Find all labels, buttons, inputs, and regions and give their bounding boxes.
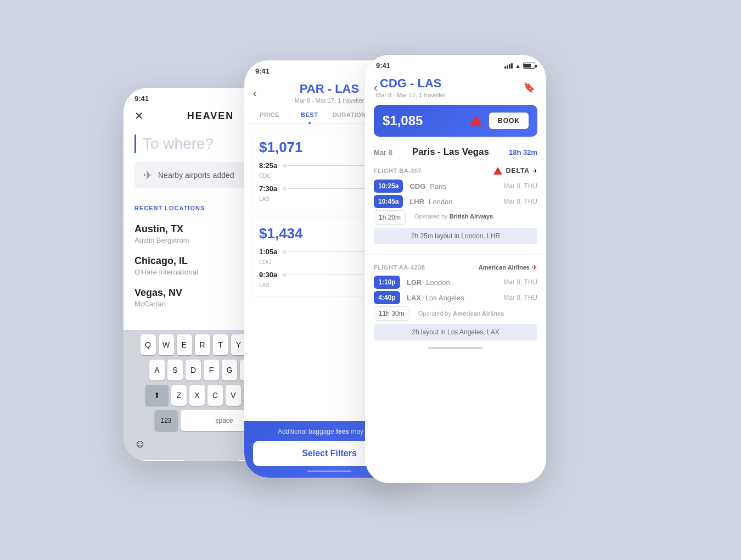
key-s[interactable]: S — [167, 360, 183, 380]
tab-best[interactable]: BEST — [290, 106, 330, 124]
key-a[interactable]: A — [149, 360, 165, 380]
emoji-button[interactable]: ☺ — [134, 438, 145, 450]
seg-duration-2: 11h 30m — [374, 306, 409, 321]
segment-1-duration: 1h 20m Operated by British Airways — [374, 210, 537, 225]
seg-date-3: Mar 8, THU — [503, 278, 537, 286]
seg-city-1: Paris — [430, 182, 446, 191]
seg-city-3: London — [426, 278, 450, 287]
operated-airline-2: American Airlines — [453, 310, 504, 317]
layover-bar-2: 2h layout in Los Angeles, LAX — [374, 324, 537, 340]
back-button-2[interactable]: ‹ — [253, 87, 257, 99]
trip-route: Paris - Las Vegas — [412, 147, 489, 158]
route-line-2 — [283, 187, 371, 191]
key-x[interactable]: X — [189, 385, 205, 406]
trip-duration: 18h 32m — [509, 148, 537, 156]
ticket-price: $1,085 — [383, 113, 423, 128]
seg-date-1: Mar 8, THU — [503, 182, 537, 190]
seg-code-2: LHR — [409, 198, 424, 206]
status-time-3: 9:41 — [376, 61, 390, 70]
seg-airport-1: CDG Paris — [407, 182, 499, 191]
key-q[interactable]: Q — [141, 334, 156, 355]
seg-city-4: Los Angeles — [425, 294, 464, 302]
key-d[interactable]: D — [186, 360, 201, 380]
seg-code-1: CDG — [409, 182, 425, 191]
airline-name-2: American Airlines ✈ — [479, 264, 537, 271]
key-z[interactable]: Z — [171, 385, 187, 406]
layover-bar-1: 2h 25m layout in London, LHR — [374, 228, 537, 244]
route-dates-3: Mar 8 - Mar 17, 1 traveller — [376, 92, 446, 98]
key-w[interactable]: W — [159, 334, 174, 355]
svg-marker-1 — [469, 115, 482, 126]
delta-logo-small — [493, 166, 503, 175]
key-shift[interactable]: ⬆ — [145, 385, 169, 406]
route-title-section: PAR - LAS Mar 8 - Mar 17, 1 traveller — [295, 82, 364, 104]
seg-airport-4: LAX Los Angeles — [405, 293, 499, 302]
home-indicator-3 — [428, 347, 483, 349]
flight-number-2: FLIGHT AA-4238 — [374, 264, 425, 271]
tab-duration[interactable]: DURATION — [329, 106, 369, 124]
close-button[interactable]: ✕ — [134, 109, 144, 122]
seg-duration-1: 1h 20m — [374, 210, 406, 225]
leg2-return-time: 9:30a — [259, 271, 279, 279]
seg-info-1: CDG Paris — [407, 182, 499, 191]
route-title-section-3: CDG - LAS Mar 8 - Mar 17, 1 traveller — [376, 76, 446, 98]
price-bar-right: BOOK — [468, 113, 529, 129]
seg-time-3: 1:10p — [374, 276, 400, 289]
phones-container: 9:41 ▲ ✕ HEAVEN To where? ✈ Nearby airpo… — [124, 44, 618, 516]
trip-date: Mar 8 — [374, 148, 392, 156]
airplane-icon: ✈ — [143, 169, 153, 182]
app-title: HEAVEN — [187, 110, 234, 122]
airline-text-2: American Airlines — [479, 264, 530, 271]
leg2-depart-time: 1:05a — [259, 248, 279, 256]
key-123[interactable]: 123 — [155, 410, 178, 431]
flight-detail-1: FLIGHT BA-307 DELTA ✈ 10:25a CDG Paris — [365, 161, 546, 251]
operated-by-1: Operated by British Airways — [410, 212, 493, 223]
status-icons-3: ▲ — [504, 63, 535, 69]
route-dates: Mar 8 - Mar 17, 1 traveller — [295, 97, 364, 104]
route-line-4 — [283, 273, 371, 277]
trip-header: Mar 8 Paris - Las Vegas 18h 32m — [365, 141, 546, 161]
seg-code-4: LAX — [407, 294, 421, 302]
home-indicator — [184, 460, 239, 461]
seg-date-2: Mar 8, THU — [503, 198, 537, 205]
status-bar-3: 9:41 ▲ — [365, 55, 546, 72]
route-line-3 — [283, 250, 371, 254]
bookmark-button[interactable]: 🔖 — [523, 81, 535, 93]
seg-date-4: Mar 8, THU — [503, 294, 537, 301]
seg-code-3: LGR — [407, 278, 422, 287]
signal-icon-3 — [504, 63, 513, 69]
key-g[interactable]: G — [222, 360, 237, 380]
flight-info-row-1: FLIGHT BA-307 DELTA ✈ — [374, 164, 537, 177]
tab-price[interactable]: PRICE — [250, 106, 290, 124]
divider-1 — [365, 254, 546, 255]
segment-2-arrive: 4:40p LAX Los Angeles Mar 8, THU — [374, 291, 537, 304]
book-button[interactable]: BOOK — [489, 113, 529, 129]
segment-2-depart: 1:10p LGR London Mar 8, THU — [374, 276, 537, 289]
flight-detail-2: FLIGHT AA-4238 American Airlines ✈ 1:10p… — [365, 258, 546, 347]
key-e[interactable]: E — [177, 334, 192, 355]
airline-text-1: DELTA — [506, 167, 530, 175]
key-f[interactable]: F — [204, 360, 219, 380]
seg-airport-3: LGR London — [405, 278, 499, 287]
key-r[interactable]: R — [195, 334, 210, 355]
key-c[interactable]: C — [207, 385, 223, 406]
key-v[interactable]: V — [226, 385, 241, 406]
home-indicator-2 — [307, 471, 351, 472]
price-book-bar: $1,085 BOOK — [374, 105, 537, 137]
seg-info-3: LGR London — [405, 278, 499, 287]
operated-airline-1: British Airways — [450, 213, 493, 220]
status-time-2: 9:41 — [255, 67, 270, 75]
back-button-3[interactable]: ‹ — [374, 81, 378, 94]
route-line — [283, 164, 371, 167]
route-title: PAR - LAS — [295, 82, 364, 96]
seg-info-2: LHR London — [407, 197, 499, 206]
seg-info-4: LAX Los Angeles — [405, 293, 499, 302]
airline-name-1: DELTA ✈ — [493, 166, 537, 175]
seg-airport-2: LHR London — [407, 197, 499, 206]
operated-by-2: Operated by American Airlines — [414, 310, 504, 317]
segment-1-depart: 10:25a CDG Paris Mar 8, THU — [374, 180, 537, 193]
key-t[interactable]: T — [213, 334, 228, 355]
wifi-icon-3: ▲ — [515, 63, 521, 69]
segment-1-arrive: 10:45a LHR London Mar 8, THU — [374, 195, 537, 208]
nav-header-3: ‹ CDG - LAS Mar 8 - Mar 17, 1 traveller … — [365, 72, 546, 100]
